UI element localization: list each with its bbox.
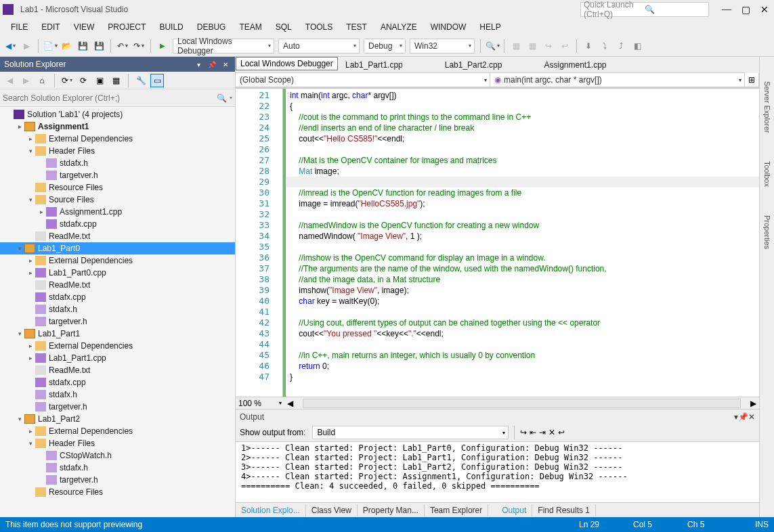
redo-button[interactable]: ↷ xyxy=(131,39,146,53)
search-dropdown-icon[interactable]: ▾ xyxy=(230,95,232,101)
zoom-level[interactable]: 100 % xyxy=(238,399,279,408)
open-file-button[interactable]: 📂 xyxy=(59,39,74,53)
properties-icon[interactable]: 🔧 xyxy=(134,74,148,87)
back-icon[interactable]: ◀ xyxy=(3,74,16,87)
tree-node[interactable]: ▾Header Files xyxy=(0,145,235,157)
function-dropdown[interactable]: ◉main(int argc, char * argv[]) xyxy=(490,72,745,87)
scope-dropdown[interactable]: (Global Scope) xyxy=(235,72,490,87)
menu-test[interactable]: TEST xyxy=(339,20,374,34)
refresh-icon[interactable]: ⟳ xyxy=(77,74,90,87)
tree-node[interactable]: stdafx.cpp xyxy=(0,291,235,303)
tree-node[interactable]: targetver.h xyxy=(0,401,235,413)
tree-node[interactable]: ▸Lab1_Part0.cpp xyxy=(0,267,235,279)
menu-analyze[interactable]: ANALYZE xyxy=(374,20,424,34)
tree-node[interactable]: stdafx.h xyxy=(0,157,235,169)
tree-node[interactable]: Resource Files xyxy=(0,486,235,498)
search-icon[interactable]: 🔍 xyxy=(217,93,227,103)
bottom-tab[interactable]: Class View xyxy=(306,504,358,516)
tree-node[interactable]: stdafx.cpp xyxy=(0,376,235,389)
solution-tree[interactable]: Solution 'Lab1' (4 projects)▸Assignment1… xyxy=(0,107,235,517)
debugger-target-dropdown[interactable]: Local Windows Debugger xyxy=(173,39,274,53)
tree-node[interactable]: stdafx.h xyxy=(0,303,235,315)
maximize-button[interactable]: ▢ xyxy=(739,3,752,16)
editor-tab[interactable]: Lab1_Part1.cpp xyxy=(337,58,411,72)
nav-fwd-button[interactable]: ▶ xyxy=(19,39,34,53)
tree-node[interactable]: ReadMe.txt xyxy=(0,279,235,291)
bottom-tab[interactable]: Output xyxy=(496,504,532,516)
quick-launch-input[interactable]: Quick Launch (Ctrl+Q) 🔍 xyxy=(580,2,709,17)
scroll-right-icon[interactable]: ▶ xyxy=(750,399,756,408)
rail-tab[interactable]: Server Explorer xyxy=(762,77,773,137)
tree-node[interactable]: ▸Assignment1 xyxy=(0,120,235,133)
sync-icon[interactable]: ⟳ xyxy=(60,74,74,87)
output-pin-icon[interactable]: 📌 xyxy=(738,412,748,422)
show-all-icon[interactable]: ▦ xyxy=(109,74,123,87)
save-all-button[interactable]: 💾 xyxy=(91,39,106,53)
tree-node[interactable]: targetver.h xyxy=(0,315,235,328)
tree-node[interactable]: ▾Lab1_Part2 xyxy=(0,413,235,425)
menu-sql[interactable]: SQL xyxy=(269,20,299,34)
find-in-files-button[interactable]: 🔍 xyxy=(485,39,500,53)
outdent-button[interactable]: ↩ xyxy=(557,39,572,53)
step-out-button[interactable]: ⤴ xyxy=(614,39,628,53)
breakpoint-button[interactable]: ◧ xyxy=(630,39,645,53)
tree-node[interactable]: ▾Source Files xyxy=(0,194,235,206)
tree-node[interactable]: stdafx.h xyxy=(0,389,235,401)
code-editor[interactable]: 2122232425262728293031323334353637383940… xyxy=(236,88,759,397)
tree-node[interactable]: CStopWatch.h xyxy=(0,449,235,462)
menu-build[interactable]: BUILD xyxy=(152,20,190,34)
start-debug-button[interactable]: ▶ xyxy=(155,39,170,53)
fold-margin[interactable] xyxy=(274,89,283,397)
tree-node[interactable]: targetver.h xyxy=(0,474,235,486)
tree-node[interactable]: ▸External Dependencies xyxy=(0,133,235,145)
nav-back-button[interactable]: ◀ xyxy=(3,39,18,53)
tree-node[interactable]: stdafx.h xyxy=(0,462,235,474)
menu-view[interactable]: VIEW xyxy=(67,20,102,34)
new-project-button[interactable]: 📄 xyxy=(43,39,58,53)
tree-node[interactable]: ▾Lab1_Part0 xyxy=(0,242,235,254)
fwd-icon[interactable]: ▶ xyxy=(19,74,33,87)
panel-dropdown-icon[interactable]: ▾ xyxy=(193,59,204,70)
tree-node[interactable]: ▾Header Files xyxy=(0,437,235,449)
menu-team[interactable]: TEAM xyxy=(232,20,268,34)
tree-node[interactable]: ▸Lab1_Part1.cpp xyxy=(0,352,235,364)
bottom-tab[interactable]: Property Man... xyxy=(358,504,425,516)
tree-node[interactable]: ▸External Dependencies xyxy=(0,340,235,352)
scroll-left-icon[interactable]: ◀ xyxy=(287,399,293,408)
home-icon[interactable]: ⌂ xyxy=(35,74,49,87)
minimize-button[interactable]: — xyxy=(720,3,733,16)
horizontal-scrollbar[interactable] xyxy=(303,399,741,408)
bottom-tab[interactable]: Solution Explo... xyxy=(236,504,306,516)
word-wrap-icon[interactable]: ↩ xyxy=(558,428,565,437)
tree-node[interactable]: ReadMe.txt xyxy=(0,230,235,242)
tree-node[interactable]: ▸Assignment1.cpp xyxy=(0,206,235,218)
split-icon[interactable]: ⊞ xyxy=(744,72,759,87)
output-body[interactable]: 1>------ Clean started: Project: Lab1_Pa… xyxy=(236,441,759,502)
rail-tab[interactable]: Toolbox xyxy=(762,157,773,191)
menu-file[interactable]: FILE xyxy=(4,20,35,34)
tree-node[interactable]: targetver.h xyxy=(0,169,235,181)
step-over-button[interactable]: ⬇ xyxy=(581,39,596,53)
tree-node[interactable]: ▸External Dependencies xyxy=(0,425,235,437)
rail-tab[interactable]: Properties xyxy=(762,211,773,253)
tree-node[interactable]: Solution 'Lab1' (4 projects) xyxy=(0,108,235,120)
menu-window[interactable]: WINDOW xyxy=(424,20,473,34)
preview-icon[interactable]: ▭ xyxy=(150,74,164,87)
tree-node[interactable]: stdafx.cpp xyxy=(0,218,235,230)
zoom-dropdown-icon[interactable]: ▾ xyxy=(279,400,282,406)
tree-node[interactable]: ▸External Dependencies xyxy=(0,254,235,267)
code-body[interactable]: int main(int argc, char* argv[]) { //cou… xyxy=(286,89,759,397)
undo-button[interactable]: ↶ xyxy=(115,39,130,53)
next-msg-icon[interactable]: ⇥ xyxy=(539,428,546,437)
build-config-dropdown[interactable]: Debug xyxy=(364,39,406,53)
tree-node[interactable]: ▾Lab1_Part1 xyxy=(0,328,235,340)
editor-tab[interactable]: Lab1_Part2.cpp xyxy=(437,58,511,72)
tree-node[interactable]: ReadMe.txt xyxy=(0,364,235,376)
goto-icon[interactable]: ↪ xyxy=(520,428,527,437)
collapse-icon[interactable]: ▣ xyxy=(93,74,106,87)
clear-icon[interactable]: ✕ xyxy=(549,428,555,437)
menu-project[interactable]: PROJECT xyxy=(101,20,152,34)
menu-tools[interactable]: TOOLS xyxy=(299,20,339,34)
platform-dropdown[interactable]: Win32 xyxy=(410,39,475,53)
menu-edit[interactable]: EDIT xyxy=(35,20,66,34)
